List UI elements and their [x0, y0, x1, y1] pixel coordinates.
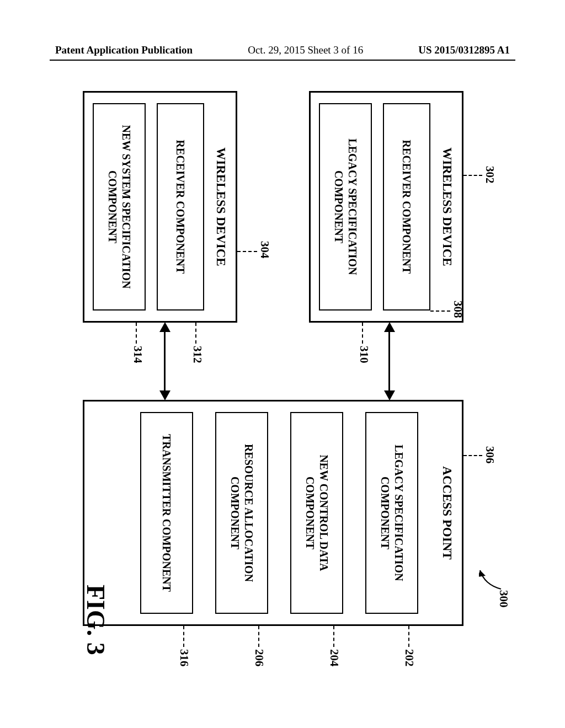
link-wd1-ap — [388, 330, 390, 392]
figure-caption: FIG. 3 — [81, 585, 110, 655]
ref-204: 204 — [327, 649, 341, 667]
header-right: US 2015/0312895 A1 — [418, 44, 510, 56]
legacy-spec-component-2: LEGACY SPECIFICATION COMPONENT — [365, 412, 418, 614]
new-control-data-component: NEW CONTROL DATA COMPONENT — [290, 412, 343, 614]
figure-area: 300 WIRELESS DEVICE 302 RECEIVER COMPONE… — [61, 91, 508, 676]
ref-306: 306 — [483, 446, 497, 464]
receiver-component-1: RECEIVER COMPONENT — [383, 103, 430, 311]
legacy-spec-1-label: LEGACY SPECIFICATION COMPONENT — [332, 110, 359, 304]
header-mid: Oct. 29, 2015 Sheet 3 of 16 — [248, 44, 363, 56]
ref-312: 312 — [190, 346, 204, 363]
leader-308 — [430, 311, 450, 312]
ref-308: 308 — [451, 301, 465, 318]
leader-314 — [136, 323, 137, 344]
link-wd2-ap — [164, 330, 166, 392]
ref-316: 316 — [177, 649, 191, 667]
header-left: Patent Application Publication — [55, 44, 193, 56]
leader-316 — [183, 626, 184, 647]
leader-206 — [258, 626, 259, 647]
diagram: 300 WIRELESS DEVICE 302 RECEIVER COMPONE… — [61, 91, 508, 676]
receiver-component-1-label: RECEIVER COMPONENT — [400, 140, 414, 274]
new-control-data-label: NEW CONTROL DATA COMPONENT — [303, 419, 331, 607]
ref-300-arrow — [479, 563, 502, 593]
legacy-spec-2-label: LEGACY SPECIFICATION COMPONENT — [378, 419, 406, 607]
leader-204 — [333, 626, 334, 647]
link-wd2-ap-head-l — [159, 322, 170, 332]
leader-310 — [362, 323, 363, 344]
link-wd1-ap-head-l — [384, 322, 395, 332]
wireless-device-2-title: WIRELESS DEVICE — [214, 93, 228, 321]
ref-202: 202 — [402, 649, 416, 667]
ref-304: 304 — [258, 241, 271, 259]
link-wd1-ap-head-r — [384, 390, 395, 400]
link-wd2-ap-head-r — [159, 390, 170, 400]
receiver-component-2-label: RECEIVER COMPONENT — [174, 140, 188, 274]
new-sys-spec-label: NEW SYSTEM SPECIFICATION COMPONENT — [105, 110, 133, 304]
ref-310: 310 — [357, 346, 371, 363]
access-point-title: ACCESS POINT — [440, 402, 454, 624]
page: Patent Application Publication Oct. 29, … — [0, 0, 565, 728]
leader-202 — [408, 626, 409, 647]
leader-304 — [237, 251, 257, 252]
leader-312 — [195, 323, 196, 344]
receiver-component-2: RECEIVER COMPONENT — [157, 103, 204, 311]
ref-206: 206 — [252, 649, 266, 667]
wireless-device-1-title: WIRELESS DEVICE — [440, 93, 454, 321]
resource-allocation-component: RESOURCE ALLOCATION COMPONENT — [215, 412, 268, 614]
svg-marker-0 — [479, 570, 486, 577]
legacy-spec-component-1: LEGACY SPECIFICATION COMPONENT — [319, 103, 372, 311]
transmitter-component: TRANSMITTER COMPONENT — [140, 412, 193, 614]
leader-302 — [463, 175, 482, 176]
header-rule — [50, 60, 515, 61]
transmitter-label: TRANSMITTER COMPONENT — [160, 434, 174, 592]
resource-allocation-label: RESOURCE ALLOCATION COMPONENT — [228, 419, 255, 607]
new-sys-spec-component: NEW SYSTEM SPECIFICATION COMPONENT — [93, 103, 146, 311]
ref-314: 314 — [131, 346, 145, 363]
ref-302: 302 — [483, 166, 497, 184]
page-header: Patent Application Publication Oct. 29, … — [0, 44, 565, 56]
leader-306 — [463, 455, 482, 456]
